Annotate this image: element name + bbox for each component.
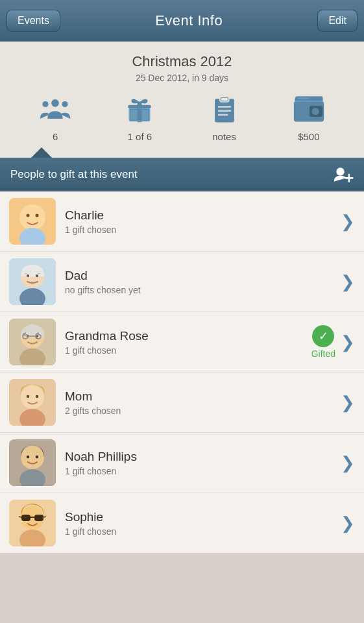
svg-rect-12 (217, 106, 230, 107)
svg-point-30 (36, 275, 38, 277)
svg-point-23 (19, 204, 45, 230)
svg-point-19 (336, 167, 344, 175)
person-name: Noah Phillips (65, 450, 341, 464)
svg-rect-51 (34, 515, 43, 521)
svg-rect-11 (221, 98, 228, 101)
stat-gifts[interactable]: 1 of 6 (123, 95, 156, 142)
svg-point-45 (27, 456, 29, 458)
svg-point-29 (27, 275, 29, 277)
chevron-right-icon: ❯ (341, 273, 355, 290)
svg-point-17 (312, 108, 319, 115)
svg-rect-4 (128, 105, 151, 108)
gifted-label: Gifted (311, 348, 335, 359)
avatar (9, 379, 56, 426)
svg-point-41 (36, 395, 38, 398)
svg-point-0 (51, 99, 59, 107)
svg-rect-8 (138, 108, 142, 121)
stat-notes[interactable]: notes (208, 95, 241, 142)
list-item[interactable]: Mom 2 gifts chosen ❯ (0, 373, 364, 433)
avatar (9, 258, 56, 305)
avatar (9, 500, 56, 546)
add-person-button[interactable] (333, 165, 354, 184)
person-name: Grandma Rose (65, 329, 311, 343)
edit-button[interactable]: Edit (317, 10, 358, 32)
svg-point-40 (27, 395, 29, 398)
svg-line-54 (43, 517, 46, 517)
person-gifts: 1 gift chosen (65, 225, 341, 235)
wallet-icon (293, 95, 325, 127)
svg-rect-18 (297, 97, 309, 99)
events-button[interactable]: Events (6, 10, 60, 32)
header: Events Event Info Edit (0, 0, 364, 42)
person-info: Sophie 1 gift chosen (65, 510, 341, 537)
chevron-right-icon: ❯ (341, 454, 355, 471)
person-info: Grandma Rose 1 gift chosen (65, 329, 311, 356)
list-item[interactable]: Noah Phillips 1 gift chosen ❯ (0, 433, 364, 493)
person-name: Dad (65, 269, 341, 283)
gifted-badge: ✓ Gifted (311, 325, 335, 359)
svg-rect-14 (217, 114, 228, 116)
stat-notes-label: notes (212, 131, 236, 142)
svg-point-1 (43, 101, 49, 107)
stat-gifts-label: 1 of 6 (128, 131, 152, 142)
event-info-section: Christmas 2012 25 Dec 2012, in 9 days (0, 42, 364, 158)
person-right: ❯ (341, 515, 355, 531)
chevron-right-icon: ❯ (341, 394, 355, 411)
page-title: Event Info (155, 12, 223, 29)
person-info: Noah Phillips 1 gift chosen (65, 450, 341, 476)
person-info: Charlie 1 gift chosen (65, 208, 341, 235)
svg-rect-50 (21, 515, 30, 521)
avatar (9, 439, 56, 486)
person-name: Mom (65, 389, 341, 404)
stat-people[interactable]: 6 (39, 95, 71, 142)
chevron-right-icon: ❯ (341, 334, 355, 350)
event-name: Christmas 2012 (0, 53, 364, 70)
stat-people-label: 6 (53, 131, 58, 142)
event-date: 25 Dec 2012, in 9 days (0, 73, 364, 83)
person-right: ❯ (341, 454, 355, 471)
stat-budget[interactable]: $500 (293, 95, 325, 142)
stats-row: 6 1 (0, 95, 364, 142)
person-info: Dad no gifts chosen yet (65, 269, 341, 295)
svg-rect-13 (217, 110, 230, 112)
svg-point-24 (27, 214, 30, 217)
list-item[interactable]: Dad no gifts chosen yet ❯ (0, 252, 364, 312)
person-gifts: 1 gift chosen (65, 526, 341, 537)
gifted-check-icon: ✓ (312, 325, 334, 347)
person-right: ❯ (341, 213, 355, 230)
svg-point-2 (62, 101, 68, 107)
list-item[interactable]: Sophie 1 gift chosen ❯ (0, 493, 364, 553)
avatar (9, 319, 56, 365)
person-name: Charlie (65, 208, 341, 223)
svg-point-46 (36, 456, 38, 458)
avatar (9, 198, 56, 245)
person-right: ✓ Gifted ❯ (311, 325, 355, 359)
gift-icon (123, 95, 156, 127)
person-name: Sophie (65, 510, 341, 524)
people-icon (39, 95, 71, 127)
list-item[interactable]: Grandma Rose 1 gift chosen ✓ Gifted ❯ (0, 312, 364, 373)
chevron-right-icon: ❯ (341, 213, 355, 230)
svg-point-44 (21, 446, 44, 469)
person-list: Charlie 1 gift chosen ❯ (0, 191, 364, 553)
svg-point-39 (21, 385, 44, 409)
notes-icon (208, 95, 241, 127)
section-header: People to gift at this event (0, 158, 364, 191)
person-right: ❯ (341, 394, 355, 411)
svg-line-53 (19, 517, 21, 517)
person-gifts: 2 gifts chosen (65, 406, 341, 416)
add-person-icon (333, 165, 354, 184)
person-right: ❯ (341, 273, 355, 290)
section-title: People to gift at this event (10, 168, 138, 181)
person-gifts: 1 gift chosen (65, 345, 311, 356)
person-gifts: no gifts chosen yet (65, 285, 341, 295)
svg-point-25 (36, 214, 39, 217)
arrow-indicator (31, 147, 52, 158)
chevron-right-icon: ❯ (341, 515, 355, 531)
list-item[interactable]: Charlie 1 gift chosen ❯ (0, 191, 364, 252)
person-gifts: 1 gift chosen (65, 466, 341, 476)
person-info: Mom 2 gifts chosen (65, 389, 341, 416)
stat-budget-label: $500 (298, 131, 319, 142)
